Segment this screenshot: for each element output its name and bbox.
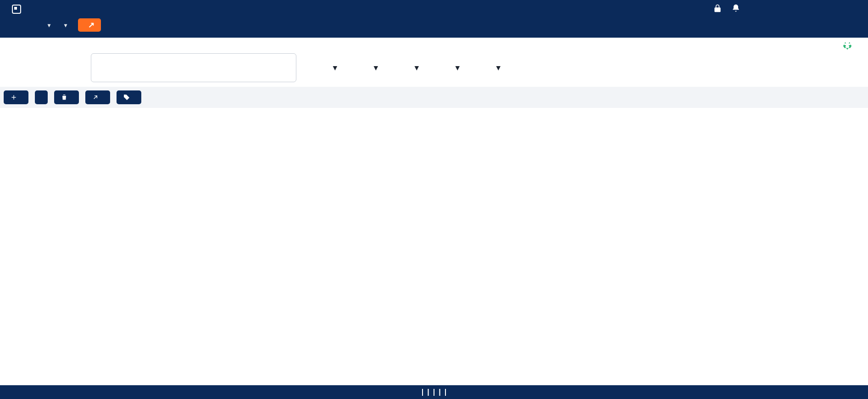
recently-deleted-link[interactable] <box>842 40 859 51</box>
topbar: ▾ ▾ ↗ <box>0 0 868 38</box>
filters-bar: ▾ ▾ ▾ ▾ ▾ <box>0 51 868 87</box>
chevron-down-icon: ▾ <box>415 63 419 73</box>
chevron-down-icon: ▾ <box>456 63 460 73</box>
svg-rect-1 <box>14 7 17 10</box>
passpack-glyph-icon <box>12 5 21 14</box>
lock-icon[interactable] <box>713 4 722 15</box>
chevron-down-icon: ▾ <box>333 63 337 73</box>
tag-icon <box>123 94 130 101</box>
nav-resources[interactable]: ▾ <box>61 22 67 28</box>
trash-icon <box>61 94 68 101</box>
nav-reporting[interactable]: ▾ <box>45 22 50 28</box>
password-table <box>0 108 868 121</box>
footer: | | | | | <box>0 385 868 399</box>
favorite-filter[interactable]: ▾ <box>451 63 460 73</box>
table-header-row <box>0 108 868 121</box>
recycle-icon <box>842 40 852 51</box>
bell-icon[interactable] <box>731 4 740 15</box>
plus-icon <box>10 94 17 101</box>
label-passwords-button[interactable] <box>117 90 141 104</box>
chevron-down-icon: ▾ <box>64 22 67 28</box>
team-filter[interactable]: ▾ <box>328 63 337 73</box>
transfer-passwords-button[interactable] <box>85 90 110 104</box>
updated-filter[interactable]: ▾ <box>410 63 419 73</box>
deselect-all-button[interactable] <box>35 90 48 104</box>
quick-start-button[interactable]: ↗ <box>78 18 101 32</box>
titlebar <box>0 38 868 51</box>
external-link-icon: ↗ <box>88 20 95 30</box>
search-input[interactable] <box>99 62 289 73</box>
ownership-filter[interactable]: ▾ <box>492 63 501 73</box>
brand-logo[interactable] <box>12 5 25 14</box>
create-password-button[interactable] <box>4 90 28 104</box>
delete-passwords-button[interactable] <box>54 90 79 104</box>
search-input-wrap[interactable] <box>91 53 296 82</box>
chevron-down-icon: ▾ <box>48 22 50 28</box>
chevron-down-icon: ▾ <box>374 63 378 73</box>
action-strip <box>0 87 868 108</box>
arrow-upright-icon <box>92 94 99 101</box>
label-filter[interactable]: ▾ <box>369 63 378 73</box>
chevron-down-icon: ▾ <box>496 63 501 73</box>
